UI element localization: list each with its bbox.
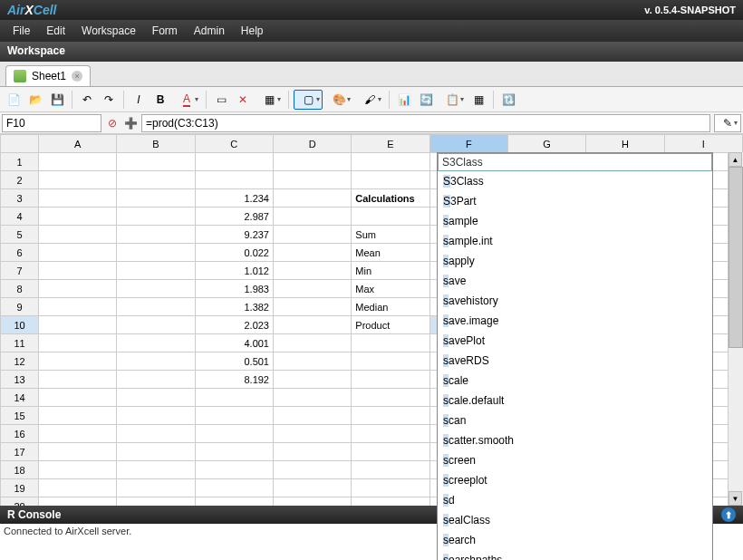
cell-D1[interactable] bbox=[273, 153, 351, 171]
cell-B4[interactable] bbox=[117, 208, 195, 226]
row-header-10[interactable]: 10 bbox=[1, 316, 39, 334]
cell-C20[interactable] bbox=[195, 497, 273, 507]
cell-B9[interactable] bbox=[117, 298, 195, 316]
delete-cell-button[interactable]: ✕ bbox=[233, 90, 253, 110]
col-header-I[interactable]: I bbox=[664, 135, 742, 153]
vertical-scrollbar[interactable]: ▲ ▼ bbox=[728, 152, 743, 506]
scroll-up-icon[interactable]: ▲ bbox=[729, 152, 742, 167]
cell-B19[interactable] bbox=[117, 479, 195, 497]
cell-E9[interactable]: Median bbox=[352, 298, 429, 316]
row-header-6[interactable]: 6 bbox=[1, 244, 39, 262]
border-button[interactable]: ▢ bbox=[294, 90, 323, 110]
cell-D17[interactable] bbox=[273, 443, 351, 461]
calc-button[interactable]: ▦ bbox=[468, 90, 488, 110]
menu-file[interactable]: File bbox=[5, 22, 37, 40]
autocomplete-item[interactable]: search bbox=[438, 530, 712, 550]
cell-C12[interactable]: 0.501 bbox=[195, 352, 273, 371]
cell-D9[interactable] bbox=[273, 298, 351, 316]
cell-A16[interactable] bbox=[39, 425, 117, 443]
cell-B14[interactable] bbox=[117, 389, 195, 407]
autocomplete-item[interactable]: scan bbox=[438, 410, 712, 430]
cell-E10[interactable]: Product bbox=[352, 316, 429, 334]
cell-E15[interactable] bbox=[352, 407, 429, 425]
cell-A12[interactable] bbox=[39, 352, 117, 371]
autocomplete-item[interactable]: scatter.smooth bbox=[438, 430, 712, 450]
cell-B17[interactable] bbox=[117, 443, 195, 461]
new-button[interactable]: 📄 bbox=[4, 90, 24, 110]
cell-B16[interactable] bbox=[117, 425, 195, 443]
bold-button[interactable]: B bbox=[150, 90, 170, 110]
cell-C7[interactable]: 1.012 bbox=[195, 262, 273, 280]
cell-D7[interactable] bbox=[273, 262, 351, 280]
cell-C3[interactable]: 1.234 bbox=[195, 189, 273, 208]
autocomplete-item[interactable]: screeplot bbox=[438, 470, 712, 490]
cell-D14[interactable] bbox=[273, 389, 351, 407]
col-header-D[interactable]: D bbox=[273, 135, 351, 153]
cell-A10[interactable] bbox=[39, 316, 117, 334]
cell-E12[interactable] bbox=[352, 352, 429, 371]
cell-C18[interactable] bbox=[195, 461, 273, 479]
col-header-E[interactable]: E bbox=[352, 135, 429, 153]
menu-help[interactable]: Help bbox=[234, 22, 271, 40]
cell-D12[interactable] bbox=[273, 352, 351, 371]
cell-C19[interactable] bbox=[195, 479, 273, 497]
cell-A11[interactable] bbox=[39, 334, 117, 352]
autocomplete-item[interactable]: scale.default bbox=[438, 391, 712, 410]
cell-B2[interactable] bbox=[117, 171, 195, 189]
cell-C15[interactable] bbox=[195, 407, 273, 425]
row-header-8[interactable]: 8 bbox=[1, 280, 39, 298]
row-header-12[interactable]: 12 bbox=[1, 352, 39, 371]
cell-D8[interactable] bbox=[273, 280, 351, 298]
cell-B15[interactable] bbox=[117, 407, 195, 425]
cell-A15[interactable] bbox=[39, 407, 117, 425]
cell-D4[interactable] bbox=[273, 208, 351, 226]
cancel-formula-icon[interactable]: ⊘ bbox=[105, 116, 120, 130]
col-header-G[interactable]: G bbox=[507, 135, 585, 153]
cell-E14[interactable] bbox=[352, 389, 429, 407]
cell-D11[interactable] bbox=[273, 334, 351, 352]
autocomplete-item[interactable]: save.image bbox=[438, 311, 712, 331]
formula-input[interactable] bbox=[141, 114, 710, 132]
autocomplete-item[interactable]: savehistory bbox=[438, 291, 712, 311]
autocomplete-item[interactable]: savePlot bbox=[438, 331, 712, 351]
save-button[interactable]: 💾 bbox=[47, 90, 67, 110]
cell-C8[interactable]: 1.983 bbox=[195, 280, 273, 298]
menu-edit[interactable]: Edit bbox=[39, 22, 72, 40]
row-header-18[interactable]: 18 bbox=[1, 461, 39, 479]
cell-C11[interactable]: 4.001 bbox=[195, 334, 273, 352]
cell-C14[interactable] bbox=[195, 389, 273, 407]
cell-E1[interactable] bbox=[352, 153, 429, 171]
delete-row-button[interactable]: ▭ bbox=[211, 90, 231, 110]
cell-A14[interactable] bbox=[39, 389, 117, 407]
cell-B6[interactable] bbox=[117, 244, 195, 262]
cell-A17[interactable] bbox=[39, 443, 117, 461]
cell-D5[interactable] bbox=[273, 226, 351, 244]
cell-D3[interactable] bbox=[273, 189, 351, 208]
expand-icon[interactable]: ⬆ bbox=[721, 507, 736, 522]
col-header-A[interactable]: A bbox=[39, 135, 117, 153]
cell-E3[interactable]: Calculations bbox=[352, 189, 429, 208]
row-header-14[interactable]: 14 bbox=[1, 389, 39, 407]
cell-D10[interactable] bbox=[273, 316, 351, 334]
cell-A18[interactable] bbox=[39, 461, 117, 479]
autocomplete-item[interactable]: save bbox=[438, 271, 712, 291]
menu-admin[interactable]: Admin bbox=[187, 22, 232, 40]
cell-E17[interactable] bbox=[352, 443, 429, 461]
cell-B8[interactable] bbox=[117, 280, 195, 298]
col-header-C[interactable]: C bbox=[195, 135, 273, 153]
chart-button[interactable]: 📊 bbox=[394, 90, 414, 110]
cell-E5[interactable]: Sum bbox=[352, 226, 429, 244]
cell-B1[interactable] bbox=[117, 153, 195, 171]
autocomplete-item[interactable]: scale bbox=[438, 371, 712, 391]
menu-form[interactable]: Form bbox=[145, 22, 185, 40]
cell-E4[interactable] bbox=[352, 208, 429, 226]
cell-C9[interactable]: 1.382 bbox=[195, 298, 273, 316]
cell-D16[interactable] bbox=[273, 425, 351, 443]
cell-E16[interactable] bbox=[352, 425, 429, 443]
autocomplete-item[interactable]: sample bbox=[438, 211, 712, 231]
font-color-button[interactable]: A bbox=[172, 90, 201, 110]
cell-E8[interactable]: Max bbox=[352, 280, 429, 298]
undo-button[interactable]: ↶ bbox=[77, 90, 97, 110]
cell-E18[interactable] bbox=[352, 461, 429, 479]
cell-D15[interactable] bbox=[273, 407, 351, 425]
